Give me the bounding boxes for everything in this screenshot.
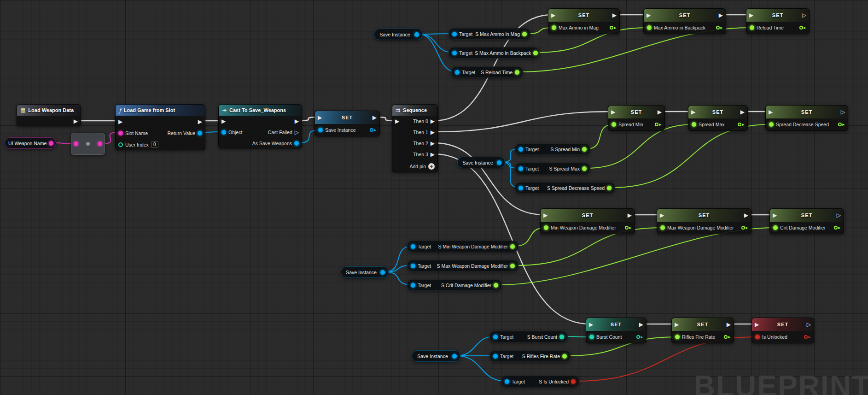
value-out-pin[interactable]: ▸ bbox=[625, 226, 631, 230]
var-in-pin[interactable] bbox=[318, 128, 323, 132]
value-out-pin[interactable]: ▸ bbox=[636, 335, 643, 339]
get-s-max-weapon-damage-modifier[interactable]: TargetS Max Weapon Damage Modifier bbox=[407, 260, 518, 271]
exec-in-pin[interactable]: ▶ bbox=[691, 109, 695, 115]
var-in-pin[interactable] bbox=[755, 335, 760, 339]
save-instance-getter-mid[interactable]: Save Instance bbox=[457, 157, 505, 168]
exec-out-pin[interactable]: ▶ bbox=[727, 322, 731, 327]
value-out-pin[interactable] bbox=[607, 186, 612, 190]
var-in-pin[interactable] bbox=[675, 335, 680, 339]
get-s-spread-decrease-speed[interactable]: TargetS Spread Decrease Speed bbox=[515, 182, 615, 194]
exec-in-pin[interactable]: ▶ bbox=[611, 109, 615, 115]
target-in-pin[interactable] bbox=[411, 283, 415, 288]
exec-out-pin[interactable]: ▶ bbox=[373, 115, 377, 120]
value-out-pin[interactable]: ▸ bbox=[738, 123, 744, 127]
set-spread-min[interactable]: ▶SET▶Spread Min▸ bbox=[608, 105, 665, 131]
value-out-pin[interactable]: ▸ bbox=[724, 335, 730, 339]
exec-in-pin[interactable]: ▶ bbox=[647, 12, 651, 18]
value-out-pin[interactable] bbox=[582, 166, 587, 171]
get-s-is-unlocked[interactable]: TargetS Is Unlocked bbox=[501, 376, 579, 387]
exec-in-pin[interactable]: ▶ bbox=[675, 322, 679, 327]
exec-in-pin[interactable]: ▶ bbox=[773, 212, 777, 218]
set-max-weapon-damage-modifier[interactable]: ▶SET▶Max Weapon Damage Modifier▸ bbox=[657, 208, 751, 234]
value-out-pin[interactable] bbox=[497, 160, 501, 165]
set-max-ammo-in-backpack[interactable]: ▶SET▶Max Ammo in Backpack▸ bbox=[643, 8, 726, 34]
return-value-pin[interactable] bbox=[198, 131, 202, 136]
exec-out-pin[interactable]: ▷ bbox=[807, 322, 811, 327]
user-index-value[interactable]: 0 bbox=[151, 141, 158, 148]
exec-in-pin[interactable]: ▶ bbox=[118, 119, 122, 124]
set-is-unlocked[interactable]: ▶SET▷Is Unlocked▸ bbox=[751, 318, 814, 343]
exec-out-pin[interactable]: ▶ bbox=[639, 322, 643, 327]
exec-out-pin[interactable]: ▷ bbox=[841, 109, 845, 115]
set-spread-decrease-speed[interactable]: ▶SET▷Spread Decrease Speed▸ bbox=[765, 105, 848, 131]
value-out-pin[interactable] bbox=[380, 270, 385, 275]
target-in-pin[interactable] bbox=[455, 70, 460, 75]
var-in-pin[interactable] bbox=[552, 25, 556, 30]
load-game-from-slot-node[interactable]: ƒLoad Game from Slot▶▶Slot NameReturn Va… bbox=[115, 104, 205, 150]
save-instance-getter-damage[interactable]: Save Instance bbox=[341, 266, 389, 278]
reroute-node[interactable] bbox=[71, 133, 105, 155]
reroute-dot[interactable] bbox=[86, 142, 90, 146]
exec-in-pin[interactable]: ▶ bbox=[551, 12, 555, 18]
then-3-pin[interactable]: ▶ bbox=[431, 152, 435, 157]
as-save-weapons-pin[interactable] bbox=[294, 141, 299, 146]
value-out-pin[interactable] bbox=[49, 141, 53, 146]
var-in-pin[interactable] bbox=[647, 25, 652, 30]
value-out-pin[interactable] bbox=[414, 32, 419, 37]
exec-out-pin[interactable]: ▶ bbox=[744, 212, 748, 218]
value-in-pin[interactable] bbox=[74, 141, 78, 146]
exec-in-pin[interactable]: ▶ bbox=[543, 212, 548, 218]
var-in-pin[interactable] bbox=[589, 335, 594, 339]
exec-out-pin[interactable]: ▶ bbox=[740, 109, 745, 115]
slot-name-pin[interactable] bbox=[118, 131, 123, 136]
exec-in-pin[interactable]: ▶ bbox=[318, 115, 322, 120]
exec-out-pin[interactable]: ▶ bbox=[628, 212, 632, 218]
exec-out-pin[interactable]: ▶ bbox=[198, 119, 202, 124]
value-out-pin[interactable]: ▸ bbox=[838, 123, 845, 127]
set-min-weapon-damage-modifier[interactable]: ▶SET▶Min Weapon Damage Modifier▸ bbox=[540, 208, 635, 234]
get-s-max-ammo-in-backpack[interactable]: TargetS Max Ammo in Backpack bbox=[449, 47, 540, 59]
value-out-pin[interactable] bbox=[510, 264, 515, 268]
then-1-pin[interactable]: ▶ bbox=[431, 130, 435, 135]
value-out-pin[interactable]: ▸ bbox=[655, 123, 661, 127]
var-in-pin[interactable] bbox=[692, 122, 696, 127]
var-in-pin[interactable] bbox=[769, 122, 774, 127]
value-out-pin[interactable] bbox=[582, 147, 587, 152]
exec-out-pin[interactable]: ▶ bbox=[74, 118, 78, 124]
get-s-max-ammo-in-mag[interactable]: TargetS Max Ammo in Mag bbox=[449, 28, 530, 40]
exec-in-pin[interactable]: ▶ bbox=[769, 109, 773, 115]
get-s-spread-min[interactable]: TargetS Spread Min bbox=[515, 143, 590, 155]
user-index-pin[interactable] bbox=[118, 142, 123, 147]
exec-in-pin[interactable]: ▶ bbox=[749, 12, 753, 18]
get-s-spread-max[interactable]: TargetS Spread Max bbox=[515, 163, 590, 174]
target-in-pin[interactable] bbox=[518, 166, 523, 171]
get-s-rifles-fire-rate[interactable]: TargetS Rifles Fire Rate bbox=[489, 350, 571, 362]
object-in-pin[interactable] bbox=[221, 130, 226, 135]
then-2-pin[interactable]: ▶ bbox=[431, 141, 435, 146]
target-in-pin[interactable] bbox=[493, 354, 498, 359]
cast-failed-pin[interactable]: ▷ bbox=[295, 130, 299, 135]
exec-out-pin[interactable]: ▶ bbox=[658, 109, 662, 115]
var-in-pin[interactable] bbox=[750, 25, 754, 30]
exec-in-pin[interactable]: ▶ bbox=[221, 118, 226, 124]
exec-out-pin[interactable]: ▶ bbox=[719, 12, 723, 18]
value-out-pin[interactable]: ▸ bbox=[804, 335, 810, 339]
target-in-pin[interactable] bbox=[505, 379, 509, 384]
target-in-pin[interactable] bbox=[493, 335, 498, 339]
value-out-pin[interactable]: ▸ bbox=[741, 226, 748, 230]
exec-out-pin[interactable]: ▶ bbox=[612, 12, 617, 18]
target-in-pin[interactable] bbox=[411, 264, 415, 268]
value-out-pin[interactable] bbox=[510, 244, 515, 249]
exec-in-pin[interactable]: ▶ bbox=[755, 322, 759, 327]
exec-in-pin[interactable]: ▶ bbox=[589, 322, 593, 327]
target-in-pin[interactable] bbox=[411, 244, 415, 249]
exec-out-pin[interactable]: ▷ bbox=[837, 212, 841, 218]
set-max-ammo-in-mag[interactable]: ▶SET▶Max Ammo in Mag▸ bbox=[548, 8, 620, 34]
target-in-pin[interactable] bbox=[452, 32, 457, 36]
blueprint-graph-canvas[interactable]: BLUEPRINT ▦Load Weapon Data▶UI Weapon Na… bbox=[0, 0, 868, 395]
set-rifles-fire-rate[interactable]: ▶SET▶Rifles Fire Rate▸ bbox=[671, 318, 734, 343]
get-s-reload-time[interactable]: TargetS Reload Time bbox=[451, 66, 523, 78]
get-s-burst-count[interactable]: TargetS Burst Count bbox=[489, 331, 568, 342]
value-out-pin[interactable]: ▸ bbox=[834, 226, 840, 230]
var-in-pin[interactable] bbox=[544, 225, 548, 230]
